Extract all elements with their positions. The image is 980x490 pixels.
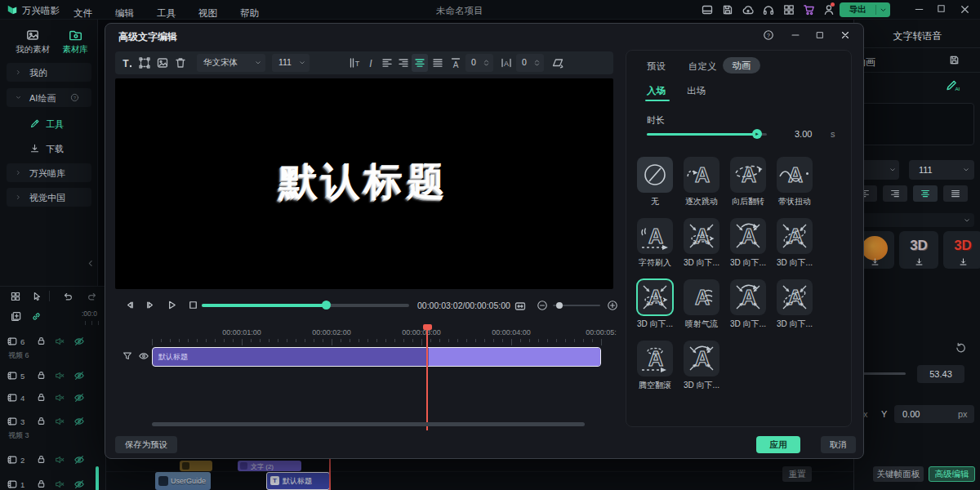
animation-tile-1[interactable]: A — [684, 157, 719, 193]
vertical-scrollbar[interactable] — [96, 466, 99, 490]
sidebar-item-3[interactable]: 下载 — [7, 139, 91, 158]
keyframe-panel-button[interactable]: 关键帧面板 — [873, 466, 924, 482]
font-family-select[interactable]: 华文宋体 — [197, 54, 265, 72]
audio-clip[interactable] — [180, 461, 212, 471]
align-right-button[interactable] — [395, 54, 412, 72]
track-filter-icon[interactable] — [122, 350, 133, 362]
stepper-arrows-icon[interactable] — [532, 58, 541, 68]
duration-value[interactable]: 3.00 — [795, 129, 812, 139]
hide-track-icon[interactable] — [74, 454, 85, 466]
media-library-icon[interactable] — [68, 28, 82, 42]
support-headset-icon[interactable] — [762, 3, 775, 16]
lock-icon[interactable] — [36, 370, 47, 381]
my-media-icon[interactable] — [25, 28, 40, 42]
text-input-area[interactable] — [859, 103, 974, 145]
text-clip[interactable]: 文字 (2) — [238, 461, 301, 471]
add-track-icon[interactable] — [10, 310, 22, 323]
playhead-line[interactable] — [426, 324, 428, 430]
align-center-button[interactable] — [412, 54, 428, 72]
sidebar-item-2[interactable]: 工具 — [7, 114, 91, 133]
animation-tile-5[interactable]: A — [684, 218, 719, 254]
previous-frame-icon[interactable] — [123, 299, 136, 311]
letter-spacing-icon[interactable]: A — [500, 56, 513, 69]
preview-title-text[interactable]: 默认标题 — [115, 156, 613, 207]
animation-tile-3[interactable]: A — [777, 157, 813, 193]
maximize-icon[interactable] — [936, 3, 947, 14]
menu-item-2[interactable]: 工具 — [157, 7, 176, 20]
scrollbar-thumb[interactable] — [152, 422, 585, 426]
lock-icon[interactable] — [36, 479, 47, 489]
letter-spacing-stepper[interactable]: 0 — [516, 54, 544, 72]
title-clip[interactable]: 默认标题 — [152, 347, 601, 367]
hide-track-icon[interactable] — [74, 392, 85, 403]
value-input[interactable]: 53.43 — [917, 365, 964, 383]
close-icon[interactable] — [959, 3, 971, 16]
zoom-handle[interactable] — [556, 302, 563, 309]
reset-button[interactable]: 重置 — [782, 466, 812, 482]
horizontal-scrollbar[interactable] — [152, 422, 601, 426]
help-icon[interactable]: ? — [70, 93, 79, 102]
download-icon[interactable] — [871, 257, 880, 266]
stop-icon[interactable] — [187, 299, 199, 311]
animation-tile-7[interactable]: A — [777, 218, 813, 254]
animation-tile-9[interactable]: A — [684, 279, 719, 315]
zoom-out-icon[interactable] — [537, 300, 548, 311]
play-icon[interactable] — [166, 299, 178, 311]
timeline-zoom-slider[interactable] — [553, 305, 600, 306]
image-icon[interactable] — [156, 56, 169, 69]
tab-preset[interactable]: 预设 — [647, 60, 666, 73]
sidebar-item-5[interactable]: 视觉中国 — [7, 188, 91, 207]
dialog-close-icon[interactable] — [840, 29, 851, 41]
vertical-text-icon[interactable]: T — [348, 56, 361, 69]
save-icon[interactable] — [721, 3, 734, 16]
menu-item-3[interactable]: 视图 — [198, 7, 217, 20]
reset-value-icon[interactable] — [955, 341, 967, 354]
download-icon[interactable] — [959, 257, 968, 266]
chevron-down-icon[interactable] — [879, 6, 888, 15]
menu-item-0[interactable]: 文件 — [74, 7, 92, 20]
apply-button[interactable]: 应用 — [756, 436, 800, 453]
undo-icon[interactable] — [62, 291, 74, 302]
align-center-button[interactable] — [913, 185, 938, 202]
collapse-sidebar-icon[interactable] — [85, 258, 96, 269]
track-visibility-icon[interactable] — [138, 350, 149, 362]
mute-icon[interactable] — [54, 392, 65, 403]
mute-icon[interactable] — [54, 454, 65, 466]
preset-thumb-3d-gray[interactable]: 3D — [899, 231, 938, 269]
cloud-upload-icon[interactable] — [742, 3, 755, 16]
link-icon[interactable] — [31, 311, 42, 322]
skew-icon[interactable] — [551, 56, 564, 69]
animation-tile-12[interactable]: A — [637, 341, 673, 376]
hide-track-icon[interactable] — [74, 370, 85, 381]
zoom-in-icon[interactable] — [607, 300, 618, 311]
preset-dropdown[interactable] — [854, 213, 974, 227]
mute-icon[interactable] — [54, 370, 65, 381]
lock-icon[interactable] — [36, 454, 47, 465]
dialog-maximize-icon[interactable] — [815, 30, 825, 40]
timeline-playhead[interactable] — [329, 459, 331, 490]
loop-icon[interactable] — [514, 300, 527, 313]
duration-handle[interactable]: ▸ — [752, 129, 762, 139]
y-input[interactable]: 0.00 px — [894, 405, 974, 423]
dialog-minimize-icon[interactable] — [790, 29, 801, 41]
font-size-select[interactable]: 111 — [272, 54, 310, 72]
mute-icon[interactable] — [54, 336, 65, 347]
line-spacing-stepper[interactable]: 0 — [466, 54, 493, 72]
next-frame-icon[interactable] — [145, 299, 157, 311]
title-clip-selected[interactable]: T 默认标题 — [266, 472, 330, 490]
sidebar-item-4[interactable]: 万兴喵库 — [7, 163, 91, 182]
advanced-edit-button[interactable]: 高级编辑 — [929, 466, 975, 482]
hide-track-icon[interactable] — [74, 416, 85, 427]
menu-item-4[interactable]: 帮助 — [240, 7, 259, 20]
align-justify-button[interactable] — [943, 185, 968, 202]
minimize-icon[interactable] — [913, 3, 925, 16]
layout-panel-icon[interactable] — [701, 3, 714, 16]
align-right-button[interactable] — [883, 185, 907, 202]
tab-media-library[interactable]: 素材库 — [51, 44, 99, 56]
sidebar-item-0[interactable]: 我的 — [7, 63, 91, 82]
video-clip-userguide[interactable]: UserGuide — [155, 472, 211, 490]
stepper-arrows-icon[interactable] — [482, 58, 491, 68]
delete-icon[interactable] — [174, 56, 187, 69]
ai-pen-icon[interactable]: AI — [946, 78, 960, 92]
cart-icon[interactable] — [803, 3, 816, 16]
